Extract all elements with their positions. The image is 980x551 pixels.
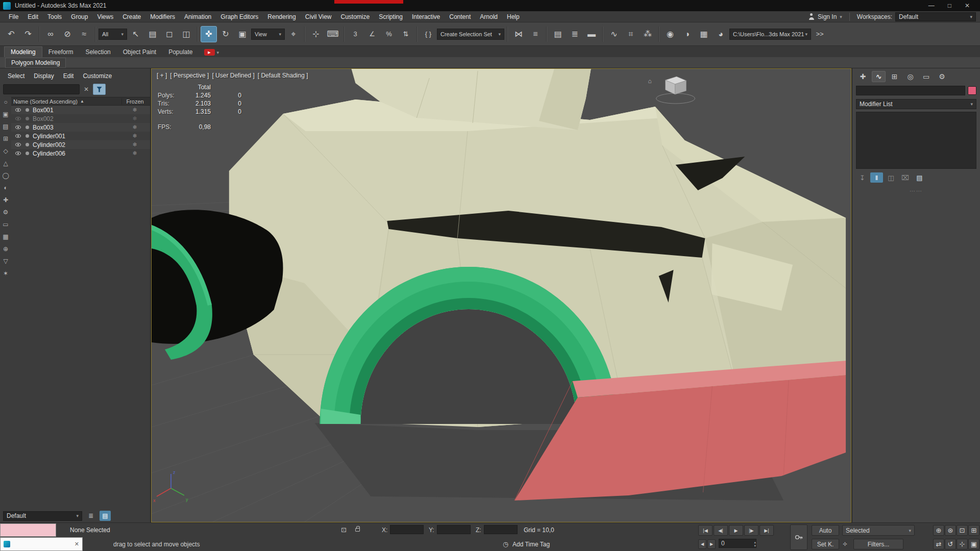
- set-keys-button[interactable]: [790, 524, 807, 550]
- viewport-menu-user[interactable]: [ User Defined ]: [212, 72, 254, 79]
- menu-tools[interactable]: Tools: [43, 12, 66, 21]
- viewport-menu-general[interactable]: [ + ]: [157, 72, 167, 79]
- undo-button[interactable]: ↶: [3, 26, 19, 42]
- schematic-view-button[interactable]: ⌗: [623, 26, 639, 42]
- tab-utilities[interactable]: ⚙: [935, 71, 949, 82]
- angle-snap-button[interactable]: ∠: [364, 26, 380, 42]
- menu-customize[interactable]: Customize: [336, 12, 375, 21]
- keyboard-override-button[interactable]: ⌨: [325, 26, 341, 42]
- tab-modify[interactable]: ∿: [872, 71, 886, 82]
- object-color-swatch[interactable]: [968, 86, 976, 95]
- menu-arnold[interactable]: Arnold: [475, 12, 502, 21]
- minimize-button[interactable]: —: [928, 2, 935, 9]
- listener-close-icon[interactable]: ✕: [75, 541, 79, 547]
- menu-group[interactable]: Group: [66, 12, 92, 21]
- explorer-find-icon[interactable]: ⊕: [3, 245, 8, 253]
- hierarchy-view-button[interactable]: ▤: [100, 511, 111, 521]
- select-and-link-button[interactable]: ∞: [42, 26, 59, 42]
- mirror-button[interactable]: ⋈: [510, 26, 527, 42]
- walk-through-button[interactable]: ⊹: [957, 539, 968, 549]
- remove-modifier-button[interactable]: ⌧: [899, 172, 912, 183]
- frozen-snowflake-icon[interactable]: ❄: [121, 107, 148, 113]
- menu-views[interactable]: Views: [92, 12, 118, 21]
- zoom-all-button[interactable]: ⊛: [945, 525, 956, 536]
- bind-to-spacewarp-button[interactable]: ≈: [76, 26, 92, 42]
- panel-splitter-grip[interactable]: ⋯⋯: [856, 188, 976, 194]
- set-key-mode-button[interactable]: Set K.: [812, 539, 839, 549]
- visibility-eye-icon[interactable]: [15, 117, 21, 120]
- visibility-eye-icon[interactable]: [15, 126, 21, 129]
- named-selection-sets-button[interactable]: { }: [420, 26, 436, 42]
- menu-help[interactable]: Help: [502, 12, 524, 21]
- frozen-snowflake-icon[interactable]: ❄: [121, 133, 148, 139]
- scene-explorer-toggle-button[interactable]: ▤: [550, 26, 566, 42]
- menu-modifiers[interactable]: Modifiers: [145, 12, 180, 21]
- orbit-button[interactable]: ↺: [945, 539, 956, 549]
- unlink-selection-button[interactable]: ⊘: [59, 26, 76, 42]
- key-filters-button[interactable]: Filters...: [853, 539, 903, 549]
- explorer-menu-display[interactable]: Display: [29, 71, 58, 81]
- snap-toggle-button[interactable]: 3: [347, 26, 363, 42]
- select-and-rotate-button[interactable]: ↻: [217, 26, 234, 42]
- explorer-menu-select[interactable]: Select: [3, 71, 29, 81]
- project-path-dropdown[interactable]: C:\Users\Flo...3ds Max 2021 ▾: [729, 29, 811, 40]
- maximize-viewport-toggle[interactable]: ▣: [968, 539, 979, 549]
- zoom-extents-button[interactable]: ⊡: [957, 525, 968, 536]
- object-name[interactable]: Box002: [33, 115, 121, 122]
- display-none-icon[interactable]: ○: [4, 98, 7, 106]
- menu-civil-view[interactable]: Civil View: [301, 12, 336, 21]
- object-name[interactable]: Box003: [33, 124, 121, 131]
- render-setup-button[interactable]: ◑: [679, 26, 695, 42]
- polygon-modeling-panel-tab[interactable]: Polygon Modeling: [5, 58, 66, 68]
- tab-selection[interactable]: Selection: [79, 47, 116, 57]
- modifier-stack-well[interactable]: [856, 112, 976, 169]
- table-row[interactable]: Cylinder001 ❄: [11, 132, 150, 140]
- zoom-region-button[interactable]: ⊞: [968, 525, 979, 536]
- object-name[interactable]: Cylinder001: [33, 133, 121, 140]
- explorer-pick-icon[interactable]: ✶: [3, 270, 8, 277]
- next-frame-button[interactable]: |▶: [744, 525, 758, 536]
- menu-animation[interactable]: Animation: [180, 12, 216, 21]
- explorer-column-header[interactable]: Name (Sorted Ascending) ▲ Frozen: [11, 97, 150, 106]
- menu-content[interactable]: Content: [445, 12, 475, 21]
- display-shapes-icon[interactable]: ▤: [3, 123, 8, 130]
- key-step-forward-button[interactable]: ▶: [707, 539, 716, 549]
- maxscript-listener-field[interactable]: ✕: [0, 537, 83, 551]
- visibility-eye-icon[interactable]: [15, 134, 21, 138]
- add-time-tag-button[interactable]: Add Time Tag: [512, 541, 550, 548]
- viewcube-home-icon[interactable]: ⌂: [648, 78, 652, 85]
- close-button[interactable]: ✕: [965, 2, 970, 9]
- selection-filter-dropdown[interactable]: All ▾: [99, 29, 127, 40]
- display-geometry-icon[interactable]: ▣: [3, 111, 8, 118]
- perspective-viewport[interactable]: ⌂ x y z [ + ] [ Perspective ] [ User Def…: [151, 68, 851, 522]
- pivot-center-button[interactable]: ⌖: [285, 26, 302, 42]
- explorer-sort-icon[interactable]: ▽: [3, 258, 8, 265]
- curve-editor-button[interactable]: ∿: [606, 26, 622, 42]
- redo-button[interactable]: ↷: [20, 26, 36, 42]
- z-coordinate-field[interactable]: [484, 525, 518, 534]
- explorer-preset-dropdown[interactable]: Default ▾: [3, 511, 82, 521]
- tab-motion[interactable]: ◎: [903, 71, 917, 82]
- ribbon-toggle-button[interactable]: ▬: [583, 26, 600, 42]
- viewport-3d-scene[interactable]: ⌂ x y z: [152, 69, 851, 522]
- frozen-snowflake-icon[interactable]: ❄: [121, 115, 148, 122]
- search-clear-icon[interactable]: ✕: [82, 86, 91, 93]
- tab-modeling[interactable]: Modeling: [4, 46, 42, 57]
- go-to-start-button[interactable]: |◀: [698, 525, 713, 536]
- display-xrefs-icon[interactable]: ✚: [3, 196, 8, 204]
- selection-lock-toggle[interactable]: [355, 525, 360, 533]
- current-frame-field[interactable]: [719, 539, 756, 548]
- tab-freeform[interactable]: Freeform: [42, 47, 80, 57]
- pan-view-button[interactable]: ⇄: [933, 539, 944, 549]
- pin-stack-button[interactable]: ↧: [856, 172, 869, 183]
- tab-object-paint[interactable]: Object Paint: [117, 47, 162, 57]
- visibility-eye-icon[interactable]: [15, 152, 21, 155]
- tab-create[interactable]: ✚: [856, 71, 870, 82]
- render-production-button[interactable]: ◕: [713, 26, 729, 42]
- frozen-snowflake-icon[interactable]: ❄: [121, 141, 148, 148]
- make-unique-button[interactable]: ◫: [885, 172, 897, 183]
- menu-rendering[interactable]: Rendering: [263, 12, 300, 21]
- visibility-eye-icon[interactable]: [15, 108, 21, 112]
- configure-modifier-sets-button[interactable]: ▤: [913, 172, 926, 183]
- explorer-search-input[interactable]: [3, 84, 80, 94]
